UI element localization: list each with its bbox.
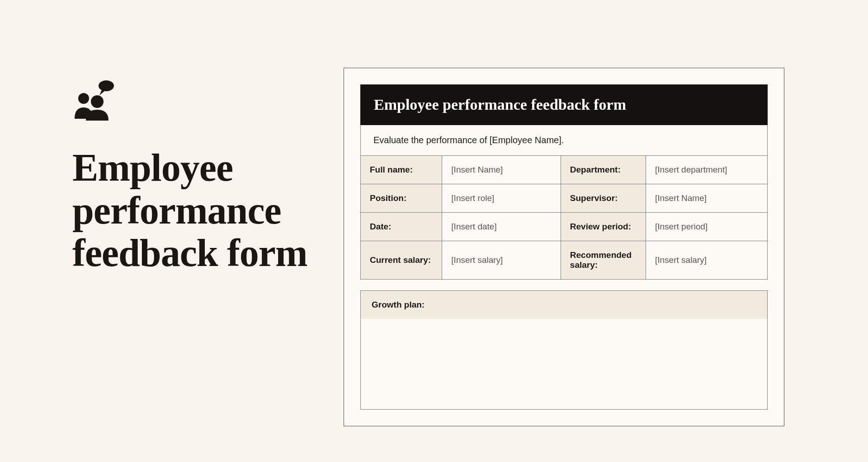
instruction-text: Evaluate the performance of [Employee Na… [360,125,768,156]
table-row: Full name: [Insert Name] Department: [In… [361,156,768,184]
position-label: Position: [361,184,442,213]
current-salary-value[interactable]: [Insert salary] [442,241,561,280]
people-feedback-icon [72,79,316,124]
table-row: Date: [Insert date] Review period: [Inse… [361,213,768,241]
supervisor-label: Supervisor: [561,184,646,213]
table-row: Position: [Insert role] Supervisor: [Ins… [361,184,768,213]
date-label: Date: [361,213,442,241]
page-title: Employee performance feedback form [72,146,316,275]
position-value[interactable]: [Insert role] [442,184,561,213]
department-label: Department: [561,156,646,184]
date-value[interactable]: [Insert date] [442,213,561,241]
department-value[interactable]: [Insert department] [646,156,768,184]
growth-plan-section: Growth plan: [360,290,768,410]
form-container: Employee performance feedback form Evalu… [344,68,784,426]
left-panel: Employee performance feedback form [0,0,344,462]
current-salary-label: Current salary: [361,241,442,280]
svg-point-2 [91,95,104,108]
growth-plan-label: Growth plan: [361,291,767,319]
review-period-value[interactable]: [Insert period] [646,213,768,241]
right-panel: Employee performance feedback form Evalu… [344,0,868,462]
form-header: Employee performance feedback form [360,84,768,125]
table-row: Current salary: [Insert salary] Recommen… [361,241,768,280]
full-name-label: Full name: [361,156,442,184]
review-period-label: Review period: [561,213,646,241]
full-name-value[interactable]: [Insert Name] [442,156,561,184]
svg-point-0 [99,80,114,91]
supervisor-value[interactable]: [Insert Name] [646,184,768,213]
employee-info-table: Full name: [Insert Name] Department: [In… [360,156,768,280]
recommended-salary-label: Recommended salary: [561,241,646,280]
svg-point-1 [78,93,89,104]
recommended-salary-value[interactable]: [Insert salary] [646,241,768,280]
growth-plan-textarea[interactable] [361,319,767,409]
